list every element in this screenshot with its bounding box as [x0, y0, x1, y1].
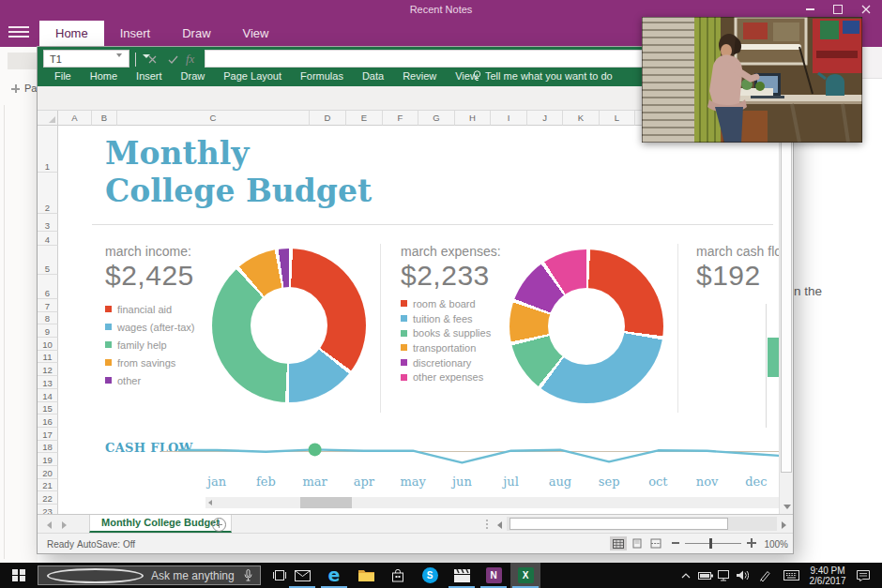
column-header[interactable]: B — [92, 111, 117, 126]
scrollbar-thumb[interactable] — [781, 141, 792, 473]
cashflow-line-chart[interactable] — [178, 436, 779, 470]
row-header[interactable]: 7 — [38, 299, 58, 312]
cancel-icon[interactable] — [144, 52, 160, 67]
action-center-tray-icon[interactable] — [854, 563, 873, 588]
row-header[interactable]: 21 — [38, 479, 58, 492]
row-header[interactable]: 22 — [38, 491, 58, 505]
volume-tray-icon[interactable] — [734, 563, 751, 588]
onenote-tab[interactable]: View — [227, 21, 285, 47]
taskbar-edge-icon[interactable]: e — [319, 563, 349, 588]
scrollbar-thumb[interactable] — [300, 497, 352, 508]
windows-ink-tray-icon[interactable] — [756, 563, 773, 588]
scroll-down-icon[interactable] — [783, 505, 791, 509]
income-donut-chart[interactable] — [212, 249, 366, 402]
touch-keyboard-tray-icon[interactable] — [781, 563, 801, 588]
row-header[interactable]: 19 — [38, 453, 58, 466]
ribbon-tab[interactable]: Page Layout — [214, 66, 291, 86]
onenote-tab[interactable]: Draw — [166, 21, 226, 47]
video-window[interactable] — [642, 17, 862, 143]
column-header[interactable]: D — [310, 111, 346, 126]
maximize-button[interactable] — [824, 0, 852, 19]
row-header[interactable]: 5 — [38, 246, 58, 275]
ribbon-tab[interactable]: Insert — [127, 66, 172, 86]
row-header[interactable]: 18 — [38, 441, 58, 454]
taskbar-file-explorer-icon[interactable] — [351, 563, 381, 588]
insert-function-button[interactable]: fx — [186, 52, 194, 67]
next-sheet-icon[interactable] — [62, 521, 67, 529]
network-tray-icon[interactable] — [715, 563, 732, 588]
column-header[interactable]: I — [491, 111, 527, 126]
row-header[interactable]: 11 — [38, 351, 58, 364]
column-header[interactable]: C — [117, 111, 310, 126]
row-header[interactable]: 1 — [38, 126, 58, 173]
column-header[interactable]: G — [418, 111, 455, 126]
zoom-out-button[interactable] — [672, 542, 679, 544]
ribbon-tab[interactable]: File — [45, 66, 81, 86]
start-button[interactable] — [0, 563, 38, 588]
row-header[interactable]: 17 — [38, 428, 58, 441]
horizontal-scrollbar[interactable] — [507, 517, 777, 531]
row-header[interactable]: 15 — [38, 402, 58, 415]
scroll-right-icon[interactable] — [782, 521, 786, 529]
status-autosave[interactable]: AutoSave: Off — [77, 539, 135, 550]
zoom-slider-handle[interactable] — [709, 538, 712, 549]
scrollbar-thumb[interactable] — [509, 518, 728, 530]
taskbar-onenote-icon[interactable]: N — [479, 563, 509, 588]
taskbar-search-box[interactable]: Ask me anything — [38, 565, 261, 585]
tell-me-box[interactable]: Tell me what you want to do — [473, 66, 613, 86]
new-sheet-button[interactable] — [212, 518, 226, 532]
column-header[interactable]: H — [455, 111, 491, 126]
column-header[interactable]: L — [600, 111, 635, 126]
previous-sheet-icon[interactable] — [47, 521, 52, 529]
zoom-slider[interactable] — [685, 543, 741, 544]
page-layout-view-button[interactable] — [629, 536, 646, 550]
close-button[interactable] — [852, 0, 880, 19]
column-header[interactable]: A — [58, 111, 92, 126]
add-page-button[interactable]: Pa — [11, 83, 38, 94]
hamburger-menu-icon[interactable] — [8, 26, 29, 40]
row-header[interactable]: 8 — [38, 312, 58, 325]
embedded-horizontal-scrollbar[interactable] — [205, 497, 779, 508]
zoom-level[interactable]: 100% — [758, 539, 788, 550]
ribbon-tab[interactable]: Data — [353, 66, 393, 86]
column-header[interactable]: J — [527, 111, 563, 126]
row-header[interactable]: 9 — [38, 324, 58, 338]
cashflow-mini-bar[interactable] — [768, 338, 779, 377]
hidden-icons-chevron[interactable] — [677, 563, 694, 588]
row-header[interactable]: 16 — [38, 415, 58, 428]
row-header[interactable]: 6 — [38, 275, 58, 299]
row-header[interactable]: 2 — [38, 173, 58, 214]
column-header[interactable]: K — [563, 111, 600, 126]
zoom-in-button[interactable] — [747, 538, 756, 548]
sheet-canvas[interactable]: Monthly College Budget march income: $2,… — [58, 126, 779, 514]
battery-tray-icon[interactable] — [696, 563, 715, 588]
onenote-tab[interactable]: Home — [39, 21, 104, 47]
name-box-dropdown-icon[interactable] — [116, 57, 122, 74]
normal-view-button[interactable] — [610, 536, 627, 550]
taskbar-skype-icon[interactable]: S — [415, 563, 445, 588]
taskbar-mail-icon[interactable] — [287, 563, 317, 588]
row-header[interactable]: 12 — [38, 363, 58, 376]
ribbon-tab[interactable]: Draw — [172, 66, 215, 86]
scroll-left-icon[interactable] — [497, 521, 502, 529]
ribbon-tab[interactable]: Review — [393, 66, 446, 86]
onenote-search-box[interactable] — [8, 53, 37, 69]
scroll-left-icon[interactable] — [208, 500, 212, 505]
row-header[interactable]: 23 — [38, 505, 58, 514]
row-header[interactable]: 4 — [38, 232, 58, 246]
row-header[interactable]: 10 — [38, 338, 58, 351]
row-header[interactable]: 3 — [38, 214, 58, 232]
ribbon-tab[interactable]: Formulas — [291, 66, 353, 86]
page-break-view-button[interactable] — [647, 536, 664, 550]
row-header[interactable]: 13 — [38, 376, 58, 389]
onenote-tab[interactable]: Insert — [104, 21, 167, 47]
column-header[interactable]: F — [383, 111, 418, 126]
taskbar-excel-icon[interactable]: X — [510, 563, 540, 588]
row-header[interactable]: 14 — [38, 389, 58, 402]
row-header[interactable]: 20 — [38, 466, 58, 479]
vertical-scrollbar[interactable] — [779, 126, 793, 514]
expenses-donut-chart[interactable] — [509, 249, 663, 403]
minimize-button[interactable] — [796, 0, 824, 19]
enter-icon[interactable] — [165, 52, 180, 67]
taskbar-clock[interactable]: 9:40 PM 2/6/2017 — [803, 563, 852, 588]
